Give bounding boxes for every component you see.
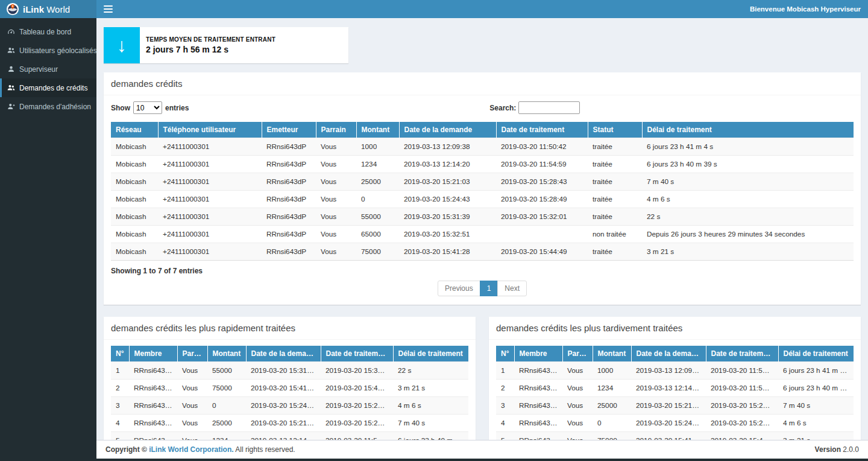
column-header: Montant bbox=[207, 346, 246, 362]
table-body: Mobicash+24111000301RRnsi643dPVous100020… bbox=[111, 138, 854, 261]
table-cell: RRnsi643dP bbox=[129, 362, 177, 380]
table-body: 1RRnsi643dPVous550002019-03-20 15:31:392… bbox=[111, 362, 468, 440]
user-welcome[interactable]: Bienvenue Mobicash Hyperviseur bbox=[750, 0, 861, 18]
table-cell: 3 m 21 s bbox=[778, 432, 854, 440]
table-cell: 22 s bbox=[393, 362, 468, 380]
table-cell: 2019-03-20 15:31:39 bbox=[246, 362, 321, 380]
table-header-row: N°MembreParrainMontantDate de la demande… bbox=[496, 346, 854, 362]
column-header: Emetteur bbox=[262, 122, 316, 138]
sidebar-item-demandes-de-credits[interactable]: Demandes de crédits bbox=[0, 78, 96, 97]
table-cell: 2019-03-20 15:32:01 bbox=[496, 208, 588, 226]
users-icon bbox=[7, 84, 15, 92]
table-cell: 2019-03-20 15:28:43 bbox=[706, 397, 778, 415]
table-cell: 1000 bbox=[593, 362, 631, 380]
entries-label: entries bbox=[165, 104, 189, 112]
page-size-select[interactable]: 10 bbox=[133, 101, 162, 114]
table-cell: traitée bbox=[588, 208, 642, 226]
main-content: ↓ TEMPS MOYEN DE TRAITEMENT ENTRANT 2 jo… bbox=[96, 18, 868, 459]
table-controls: Show 10 entries Search: bbox=[111, 101, 854, 118]
bottom-panels: demandes crédits les plus rapidement tra… bbox=[104, 317, 861, 440]
search-label: Search: bbox=[489, 104, 516, 112]
table-cell: Vous bbox=[316, 191, 356, 208]
table-row: Mobicash+24111000301RRnsi643dPVous123420… bbox=[111, 156, 854, 173]
column-header: Date de la demande bbox=[399, 122, 496, 138]
sidebar-item-tableau-de-bord[interactable]: Tableau de bord bbox=[0, 22, 96, 41]
table-cell: RRnsi643dP bbox=[514, 415, 562, 432]
footer-company-link[interactable]: iLink World Corporation. bbox=[149, 445, 233, 454]
table-cell: RRnsi643dP bbox=[514, 397, 562, 415]
column-header: Délai de traitement bbox=[642, 122, 854, 138]
table-cell: RRnsi643dP bbox=[262, 156, 316, 173]
table-cell: 1 bbox=[496, 362, 514, 380]
table-header-row: RéseauTéléphone utilisateurEmetteurParra… bbox=[111, 122, 854, 138]
table-cell: +24111000301 bbox=[158, 208, 262, 226]
table-cell: 2019-03-20 15:44:49 bbox=[321, 380, 393, 397]
table-cell: 2019-03-20 15:28:49 bbox=[496, 191, 588, 208]
table-cell: 2019-03-20 15:32:51 bbox=[399, 226, 496, 243]
content-area: ↓ TEMPS MOYEN DE TRAITEMENT ENTRANT 2 jo… bbox=[96, 18, 868, 440]
table-cell: 6 jours 23 h 40 m 39 s bbox=[642, 156, 854, 173]
panel-title: demandes crédits bbox=[104, 72, 861, 95]
copyright-label: Copyright © bbox=[105, 445, 149, 454]
table-cell: 2019-03-13 12:14:20 bbox=[246, 432, 321, 440]
table-cell: RRnsi643dP bbox=[129, 432, 177, 440]
table-cell: 2 bbox=[111, 380, 129, 397]
table-cell: 0 bbox=[593, 415, 631, 432]
table-row: 5RRnsi643dPVous750002019-03-20 15:41:282… bbox=[496, 432, 854, 440]
table-cell: 2019-03-20 11:54:59 bbox=[706, 380, 778, 397]
column-header: N° bbox=[111, 346, 129, 362]
pagination-page-1-button[interactable]: 1 bbox=[480, 281, 498, 296]
table-cell: 25000 bbox=[207, 415, 246, 432]
table-row: Mobicash+24111000301RRnsi643dPVous100020… bbox=[111, 138, 854, 156]
search-input[interactable] bbox=[518, 101, 580, 114]
table-row: 4RRnsi643dPVous02019-03-20 15:24:432019-… bbox=[496, 415, 854, 432]
brand-logo[interactable]: iLink World bbox=[0, 0, 96, 18]
table-cell: +24111000301 bbox=[158, 173, 262, 191]
sidebar-item-superviseur[interactable]: Superviseur bbox=[0, 60, 96, 78]
info-box-average-processing-time: ↓ TEMPS MOYEN DE TRAITEMENT ENTRANT 2 jo… bbox=[104, 27, 348, 63]
table-cell: 2019-03-13 12:09:38 bbox=[631, 362, 706, 380]
table-cell: 5 bbox=[111, 432, 129, 440]
table-cell: Vous bbox=[562, 432, 593, 440]
table-cell: 3 m 21 s bbox=[393, 380, 468, 397]
column-header: Membre bbox=[129, 346, 177, 362]
table-cell: 2019-03-20 15:21:03 bbox=[246, 415, 321, 432]
table-cell: +24111000301 bbox=[158, 243, 262, 261]
table-row: 5RRnsi643dPVous12342019-03-13 12:14:2020… bbox=[111, 432, 468, 440]
pagination-previous-button[interactable]: Previous bbox=[438, 281, 480, 296]
table-cell: 4 bbox=[111, 415, 129, 432]
table-cell: RRnsi643dP bbox=[514, 432, 562, 440]
table-cell: 2019-03-13 12:09:38 bbox=[399, 138, 496, 156]
table-cell: +24111000301 bbox=[158, 138, 262, 156]
sidebar-toggle-button[interactable] bbox=[104, 5, 113, 13]
table-cell: Mobicash bbox=[111, 191, 158, 208]
table-cell: Vous bbox=[316, 208, 356, 226]
table-row: 2RRnsi643dPVous12342019-03-13 12:14:2020… bbox=[496, 380, 854, 397]
column-header: Date de traitement bbox=[321, 346, 393, 362]
table-head: RéseauTéléphone utilisateurEmetteurParra… bbox=[111, 122, 854, 138]
sidebar-item-utilisateurs-geolocalises[interactable]: Utilisateurs géolocalisés bbox=[0, 41, 96, 60]
table-cell: Mobicash bbox=[111, 138, 158, 156]
table-cell: traitée bbox=[588, 173, 642, 191]
version-label: Version bbox=[815, 445, 841, 454]
table-cell: 55000 bbox=[356, 208, 399, 226]
table-cell: 2019-03-20 15:31:39 bbox=[399, 208, 496, 226]
table-cell: RRnsi643dP bbox=[262, 243, 316, 261]
pagination-next-button[interactable]: Next bbox=[497, 281, 527, 296]
table-cell: RRnsi643dP bbox=[262, 226, 316, 243]
table-cell: 7 m 40 s bbox=[393, 415, 468, 432]
table-cell: Vous bbox=[562, 415, 593, 432]
table-cell: 2019-03-20 15:44:49 bbox=[496, 243, 588, 261]
column-header: N° bbox=[496, 346, 514, 362]
sidebar-item-demandes-d-adhesion[interactable]: Demandes d'adhésion bbox=[0, 97, 96, 116]
menu-icon bbox=[104, 5, 113, 7]
table-cell: 1234 bbox=[356, 156, 399, 173]
table-cell: Vous bbox=[177, 415, 207, 432]
table-cell: traitée bbox=[588, 156, 642, 173]
table-cell: Mobicash bbox=[111, 208, 158, 226]
panel-title: demandes crédits les plus tardivement tr… bbox=[489, 317, 861, 340]
table-cell: Vous bbox=[562, 380, 593, 397]
table-cell: 4 m 6 s bbox=[778, 415, 854, 432]
table-cell: RRnsi643dP bbox=[262, 191, 316, 208]
table-cell: 4 bbox=[496, 415, 514, 432]
